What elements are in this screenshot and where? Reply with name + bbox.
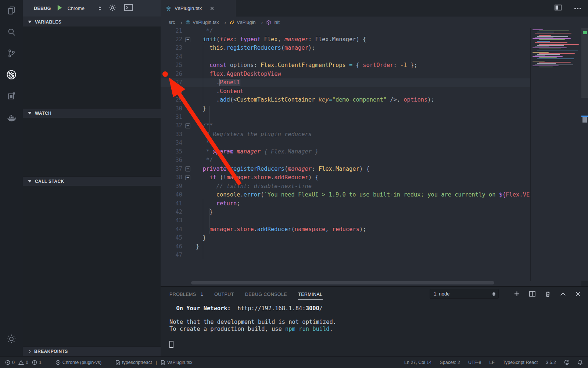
breakpoint-margin[interactable] [161, 225, 171, 234]
section-header-breakpoints[interactable]: BREAKPOINTS [23, 346, 161, 356]
breakpoint-margin[interactable] [161, 96, 171, 104]
breadcrumb-src[interactable]: src [169, 20, 186, 25]
split-terminal-icon[interactable] [529, 291, 535, 297]
code-line-45[interactable]: 45 } [161, 234, 530, 242]
breadcrumb-class[interactable]: VsPlugin [229, 20, 266, 25]
breakpoint-margin[interactable] [161, 87, 171, 96]
fold-column[interactable]: – [182, 121, 193, 130]
code-line-40[interactable]: 40 console.error(`You need FlexUI > 1.9.… [161, 191, 530, 199]
breadcrumb-file[interactable]: VsPlugin.tsx [186, 20, 229, 25]
split-editor-icon[interactable] [555, 4, 562, 12]
breakpoint-margin[interactable] [161, 234, 171, 242]
section-header-watch[interactable]: WATCH [23, 108, 161, 118]
code-line-24[interactable]: 24 [161, 53, 530, 61]
breakpoint-margin[interactable] [161, 61, 171, 70]
code-line-31[interactable]: 31 [161, 113, 530, 121]
code-line-38[interactable]: 38– if (!manager.store.addReducer) { [161, 173, 530, 182]
breakpoint-margin[interactable] [161, 148, 171, 156]
breakpoint-dot[interactable] [162, 71, 168, 77]
debug-config-select[interactable]: Chrome [68, 6, 85, 11]
code-line-34[interactable]: 34 * [161, 139, 530, 147]
close-icon[interactable] [210, 6, 214, 11]
eol-status[interactable]: LF [489, 360, 495, 365]
breakpoint-margin[interactable] [161, 182, 171, 191]
breakpoint-margin[interactable] [161, 243, 171, 251]
language-mode-status[interactable]: TypeScript React [503, 360, 538, 365]
breakpoint-margin[interactable] [161, 121, 171, 130]
watch-body[interactable] [23, 118, 161, 176]
warnings-status[interactable]: 0 [18, 360, 28, 365]
breakpoint-margin[interactable] [161, 28, 171, 35]
breakpoint-margin[interactable] [161, 165, 171, 173]
code-editor[interactable]: 21 */22– init(flex: typeof Flex, manager… [161, 28, 530, 281]
breakpoint-margin[interactable] [161, 130, 171, 139]
fold-column[interactable]: – [182, 35, 193, 44]
variables-body[interactable] [23, 26, 161, 108]
code-line-43[interactable]: 43 [161, 216, 530, 225]
code-line-47[interactable]: 47 [161, 251, 530, 259]
infos-status[interactable]: 1 [32, 360, 42, 365]
fold-icon[interactable]: – [185, 175, 190, 180]
explorer-icon[interactable] [0, 0, 23, 21]
breakpoint-margin[interactable] [161, 199, 171, 208]
fold-column[interactable]: – [182, 173, 193, 182]
editor-scrollbar[interactable] [581, 28, 588, 281]
section-header-callstack[interactable]: CALL STACK [23, 176, 161, 186]
terminal-select[interactable]: 1: node [430, 289, 499, 299]
code-line-36[interactable]: 36 */ [161, 156, 530, 164]
source-control-icon[interactable] [0, 43, 23, 64]
breakpoint-margin[interactable] [161, 44, 171, 52]
debug-target-status[interactable]: Chrome (plugin-vs) [55, 360, 101, 365]
tab-debug-console[interactable]: DEBUG CONSOLE [245, 289, 287, 299]
breakpoint-margin[interactable] [161, 53, 171, 61]
fold-icon[interactable]: – [185, 123, 190, 128]
code-line-25[interactable]: 25 const options: Flex.ContentFragmentPr… [161, 61, 530, 70]
start-debug-button[interactable] [57, 5, 62, 12]
code-line-35[interactable]: 35 * @param manager { Flex.Manager } [161, 148, 530, 156]
terminal-output[interactable]: On Your Network: http://192.168.1.84:300… [169, 305, 336, 333]
notifications-bell-icon[interactable] [578, 360, 583, 365]
debug-console-icon[interactable] [124, 4, 133, 13]
code-line-33[interactable]: 33 * Registers the plugin reducers [161, 130, 530, 139]
code-line-32[interactable]: 32– /** [161, 121, 530, 130]
close-panel-icon[interactable] [576, 291, 581, 297]
code-line-29[interactable]: 29 .add(<CustomTaskListContainer key="de… [161, 96, 530, 104]
breakpoint-margin[interactable] [161, 173, 171, 182]
errors-status[interactable]: 0 [5, 360, 15, 365]
code-line-21[interactable]: 21 */ [161, 28, 530, 35]
code-line-26[interactable]: 26 flex.AgentDesktopView [161, 70, 530, 78]
callstack-body[interactable] [23, 186, 161, 346]
encoding-status[interactable]: UTF-8 [468, 360, 481, 365]
code-line-30[interactable]: 30 } [161, 105, 530, 113]
tab-terminal[interactable]: TERMINAL [298, 289, 322, 300]
breakpoint-margin[interactable] [161, 216, 171, 225]
breakpoint-margin[interactable] [161, 78, 171, 87]
tab-output[interactable]: OUTPUT [214, 289, 234, 299]
breakpoint-margin[interactable] [161, 70, 171, 78]
code-line-23[interactable]: 23 this.registerReducers(manager); [161, 44, 530, 52]
lint-status-a[interactable]: typescriptreact [115, 360, 152, 365]
breakpoint-margin[interactable] [161, 156, 171, 164]
debug-settings-gear-icon[interactable] [109, 4, 116, 13]
code-line-28[interactable]: 28 .Content [161, 87, 530, 96]
code-line-37[interactable]: 37– private registerReducers(manager: Fl… [161, 165, 530, 173]
tab-vsplugin[interactable]: VsPlugin.tsx [161, 0, 236, 17]
indentation-status[interactable]: Spaces: 2 [440, 360, 460, 365]
feedback-smiley-icon[interactable] [564, 360, 570, 365]
minimap[interactable] [530, 28, 581, 281]
maximize-panel-icon[interactable] [560, 292, 566, 296]
code-line-39[interactable]: 39 // tslint: disable-next-line [161, 182, 530, 191]
fold-icon[interactable]: – [185, 166, 190, 171]
horizontal-scrollbar[interactable] [191, 281, 494, 284]
breakpoint-margin[interactable] [161, 251, 171, 259]
debug-icon[interactable] [0, 64, 23, 85]
search-icon[interactable] [0, 21, 23, 43]
breakpoint-margin[interactable] [161, 105, 171, 113]
code-line-42[interactable]: 42 } [161, 208, 530, 216]
code-line-44[interactable]: 44 manager.store.addReducer(namespace, r… [161, 225, 530, 234]
breakpoint-margin[interactable] [161, 139, 171, 147]
extensions-icon[interactable] [0, 85, 23, 107]
docker-icon[interactable] [0, 107, 23, 128]
fold-icon[interactable]: – [185, 37, 190, 42]
code-line-41[interactable]: 41 return; [161, 199, 530, 208]
